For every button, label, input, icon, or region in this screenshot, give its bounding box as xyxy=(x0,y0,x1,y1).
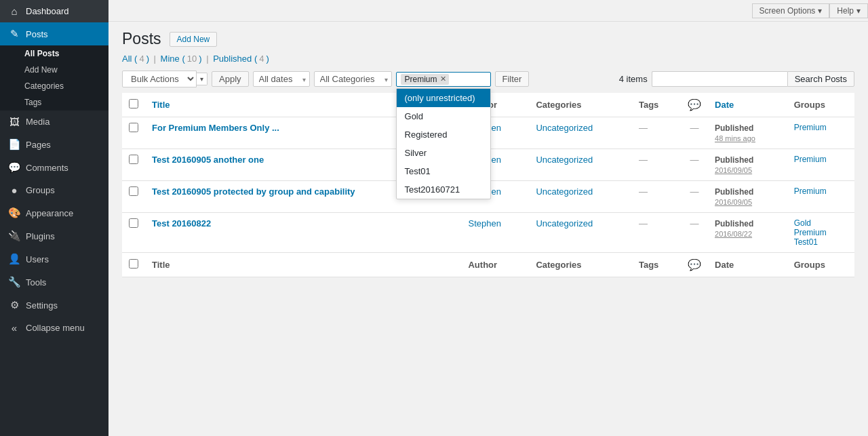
sidebar-item-groups[interactable]: ● Groups xyxy=(0,179,108,201)
tfoot-tags: Tags xyxy=(632,253,681,277)
row-checkbox[interactable] xyxy=(129,186,138,196)
sidebar-settings-label: Settings xyxy=(26,300,58,311)
th-date-link[interactable]: Date xyxy=(715,100,734,110)
select-all-checkbox[interactable] xyxy=(129,99,138,108)
table-row: Test 20160822 Stephen Uncategorized — — … xyxy=(122,213,854,253)
sidebar-item-media[interactable]: 🖼 Media xyxy=(0,111,108,133)
sidebar-item-dashboard[interactable]: ⌂Dashboard xyxy=(0,0,108,22)
category-link[interactable]: Uncategorized xyxy=(536,123,593,133)
filter-button[interactable]: Filter xyxy=(495,71,530,87)
sidebar-collapse-label: Collapse menu xyxy=(26,323,85,333)
date-status: Published xyxy=(715,155,753,165)
sidebar-users-label: Users xyxy=(26,254,49,264)
help-button[interactable]: Help ▾ xyxy=(829,3,868,18)
post-title-link[interactable]: For Premium Members Only ... xyxy=(152,123,279,133)
group-tag[interactable]: Premium xyxy=(794,155,848,164)
sidebar-item-users[interactable]: 👤 Users xyxy=(0,247,108,271)
page-title-row: Posts Add New xyxy=(122,30,854,48)
bulk-actions-wrap: Bulk Actions ▾ xyxy=(122,71,208,87)
comment-dash: — xyxy=(690,155,699,165)
group-tag[interactable]: Premium xyxy=(794,123,848,132)
add-new-button[interactable]: Add New xyxy=(170,32,218,47)
sidebar-sub-categories[interactable]: Categories xyxy=(0,78,108,94)
category-link[interactable]: Uncategorized xyxy=(536,155,593,165)
screen-options-chevron: ▾ xyxy=(818,6,822,16)
dates-select[interactable]: All dates xyxy=(253,71,310,87)
apply-button[interactable]: Apply xyxy=(212,71,249,87)
th-categories: Categories xyxy=(529,93,632,117)
select-all-footer-checkbox[interactable] xyxy=(129,259,138,269)
sidebar-item-tools[interactable]: 🔧 Tools xyxy=(0,271,108,294)
tag-chip-remove[interactable]: ✕ xyxy=(439,75,448,83)
th-checkbox xyxy=(122,93,145,117)
tag-search-input[interactable] xyxy=(452,74,479,84)
subnav-all[interactable]: All (4) xyxy=(122,54,149,64)
group-tag[interactable]: Test01 xyxy=(794,237,848,247)
dropdown-item-test20160721[interactable]: Test20160721 xyxy=(397,180,490,199)
category-link[interactable]: Uncategorized xyxy=(536,186,593,197)
sidebar-posts-label: Posts xyxy=(26,29,48,39)
subnav-published[interactable]: Published (4) xyxy=(213,54,269,64)
dropdown-item-silver[interactable]: Silver xyxy=(397,144,490,162)
row-categories-cell: Uncategorized xyxy=(529,213,632,253)
row-categories-cell: Uncategorized xyxy=(529,181,632,213)
row-checkbox[interactable] xyxy=(129,123,138,132)
pages-icon: 📄 xyxy=(8,138,20,151)
row-checkbox[interactable] xyxy=(129,218,138,228)
row-checkbox-cell xyxy=(122,117,145,149)
post-title-link[interactable]: Test 20160905 another one xyxy=(152,155,264,165)
sidebar-item-settings[interactable]: ⚙ Settings xyxy=(0,294,108,317)
categories-select[interactable]: All Categories xyxy=(314,71,392,87)
row-title-cell: Test 20160822 xyxy=(145,213,461,253)
search-posts-button[interactable]: Search Posts xyxy=(787,71,854,87)
bulk-actions-arrow[interactable]: ▾ xyxy=(197,73,208,85)
sidebar-sub-tags[interactable]: Tags xyxy=(0,94,108,111)
dropdown-item-only-unrestricted[interactable]: (only unrestricted) xyxy=(397,89,490,107)
row-comment-cell: — xyxy=(681,117,708,149)
author-link[interactable]: Stephen xyxy=(468,218,500,229)
groups-icon: ● xyxy=(8,184,20,196)
sidebar-collapse[interactable]: « Collapse menu xyxy=(0,317,108,339)
sidebar-groups-label: Groups xyxy=(26,185,55,195)
sidebar-item-posts[interactable]: ✎ Posts xyxy=(0,22,108,45)
sidebar-media-label: Media xyxy=(26,117,50,127)
th-title-link[interactable]: Title xyxy=(152,100,170,110)
row-comment-cell: — xyxy=(681,213,708,253)
categories-select-wrap: All Categories ▾ xyxy=(314,71,392,87)
row-checkbox[interactable] xyxy=(129,155,138,164)
post-title-link[interactable]: Test 20160905 protected by group and cap… xyxy=(152,186,355,197)
search-input[interactable] xyxy=(652,71,787,87)
screen-options-button[interactable]: Screen Options ▾ xyxy=(752,3,830,18)
help-chevron: ▾ xyxy=(856,6,861,16)
row-comment-cell: — xyxy=(681,149,708,181)
row-tags-cell: — xyxy=(632,181,681,213)
dropdown-item-gold[interactable]: Gold xyxy=(397,107,490,125)
help-label: Help xyxy=(837,6,854,16)
sidebar-item-comments[interactable]: 💬 Comments xyxy=(0,156,108,179)
bulk-actions-select[interactable]: Bulk Actions xyxy=(122,71,197,87)
post-title-link[interactable]: Test 20160822 xyxy=(152,218,211,229)
group-tag[interactable]: Premium xyxy=(794,228,848,237)
subnav-mine[interactable]: Mine (10) xyxy=(161,54,202,64)
main-content: Screen Options ▾ Help ▾ Posts Add New Al… xyxy=(108,0,868,436)
row-groups-cell: Premium xyxy=(787,181,854,213)
date-status: Published xyxy=(715,187,753,197)
group-tag[interactable]: Gold xyxy=(794,218,848,228)
dropdown-item-test01[interactable]: Test01 xyxy=(397,162,490,180)
sidebar-item-pages[interactable]: 📄 Pages xyxy=(0,133,108,156)
row-comment-cell: — xyxy=(681,181,708,213)
sidebar-sub-all-posts[interactable]: All Posts xyxy=(0,45,108,62)
collapse-icon: « xyxy=(8,322,20,334)
comment-footer-icon: 💬 xyxy=(688,259,701,271)
group-tag[interactable]: Premium xyxy=(794,186,848,196)
row-tags-cell: — xyxy=(632,117,681,149)
screen-options-label: Screen Options xyxy=(760,6,816,16)
sidebar-sub-add-new[interactable]: Add New xyxy=(0,62,108,78)
tag-input-wrap[interactable]: Premium ✕ xyxy=(396,72,491,87)
sidebar-item-plugins[interactable]: 🔌 Plugins xyxy=(0,224,108,247)
tag-chip-label: Premium xyxy=(405,75,437,84)
dropdown-item-registered[interactable]: Registered xyxy=(397,125,490,144)
sidebar-item-appearance[interactable]: 🎨 Appearance xyxy=(0,201,108,224)
category-link[interactable]: Uncategorized xyxy=(536,218,593,229)
sidebar-tools-label: Tools xyxy=(26,277,46,288)
